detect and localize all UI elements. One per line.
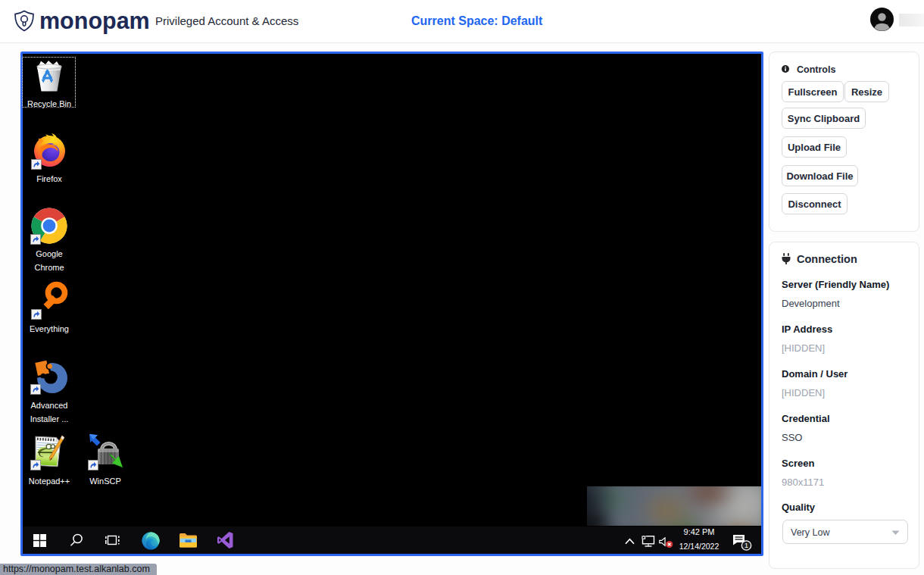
svg-text:1: 1 <box>745 542 748 549</box>
